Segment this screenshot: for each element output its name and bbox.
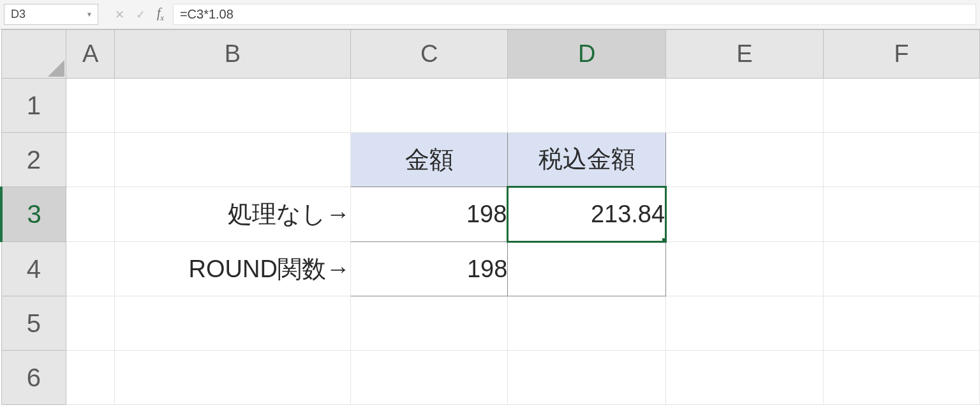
cell-C4[interactable]: 198 <box>350 242 508 296</box>
cell-A2[interactable] <box>66 133 115 187</box>
enter-icon[interactable]: ✓ <box>136 8 145 22</box>
col-header-E[interactable]: E <box>666 30 823 79</box>
cell-D1[interactable] <box>508 79 666 133</box>
cell-C5[interactable] <box>350 296 508 351</box>
row-header-6[interactable]: 6 <box>1 351 66 405</box>
cell-A3[interactable] <box>66 187 115 242</box>
cell-A4[interactable] <box>66 242 115 296</box>
cell-B4[interactable]: ROUND関数→ <box>115 242 351 296</box>
cell-B2[interactable] <box>115 133 351 187</box>
cell-A6[interactable] <box>66 351 115 405</box>
cell-E1[interactable] <box>666 79 823 133</box>
fx-icon[interactable]: fx <box>157 6 164 23</box>
col-header-A[interactable]: A <box>66 30 115 79</box>
col-header-D[interactable]: D <box>508 30 666 79</box>
col-header-F[interactable]: F <box>823 30 979 79</box>
cell-C3[interactable]: 198 <box>350 187 508 242</box>
name-box[interactable]: D3 ▼ <box>4 4 98 25</box>
cell-E4[interactable] <box>666 242 823 296</box>
cell-A5[interactable] <box>66 296 115 351</box>
cell-C6[interactable] <box>350 351 508 405</box>
formula-bar: D3 ▼ ✕ ✓ fx =C3*1.08 <box>0 0 980 29</box>
chevron-down-icon[interactable]: ▼ <box>86 11 93 18</box>
row-header-3[interactable]: 3 <box>1 187 66 242</box>
cell-E6[interactable] <box>666 351 823 405</box>
cell-F5[interactable] <box>823 296 979 351</box>
cell-E2[interactable] <box>666 133 823 187</box>
col-header-B[interactable]: B <box>115 30 351 79</box>
cell-E3[interactable] <box>666 187 823 242</box>
select-all-corner[interactable] <box>1 30 66 79</box>
name-box-value: D3 <box>11 8 26 21</box>
row-header-4[interactable]: 4 <box>1 242 66 296</box>
row-header-2[interactable]: 2 <box>1 133 66 187</box>
cell-B5[interactable] <box>115 296 351 351</box>
cell-D2[interactable]: 税込金額 <box>508 133 666 187</box>
cell-F2[interactable] <box>823 133 979 187</box>
formula-bar-icons: ✕ ✓ fx <box>106 0 173 29</box>
formula-input[interactable]: =C3*1.08 <box>173 4 976 25</box>
cell-F6[interactable] <box>823 351 979 405</box>
cell-A1[interactable] <box>66 79 115 133</box>
col-header-C[interactable]: C <box>350 30 508 79</box>
cell-D4[interactable] <box>508 242 666 296</box>
svg-marker-0 <box>48 60 64 77</box>
cell-F3[interactable] <box>823 187 979 242</box>
cell-B1[interactable] <box>115 79 351 133</box>
cell-E5[interactable] <box>666 296 823 351</box>
cell-C1[interactable] <box>350 79 508 133</box>
formula-text: =C3*1.08 <box>180 7 234 22</box>
cell-D6[interactable] <box>508 351 666 405</box>
cell-F4[interactable] <box>823 242 979 296</box>
cell-C2[interactable]: 金額 <box>350 133 508 187</box>
cell-D3[interactable]: 213.84 <box>508 187 666 242</box>
row-header-1[interactable]: 1 <box>1 79 66 133</box>
cell-F1[interactable] <box>823 79 979 133</box>
cell-B6[interactable] <box>115 351 351 405</box>
cancel-icon[interactable]: ✕ <box>115 8 124 22</box>
cell-D5[interactable] <box>508 296 666 351</box>
cell-B3[interactable]: 処理なし→ <box>115 187 351 242</box>
spreadsheet-grid[interactable]: A B C D E F 1 2 金額 税込金額 3 処理なし→ 198 213.… <box>0 29 980 405</box>
row-header-5[interactable]: 5 <box>1 296 66 351</box>
